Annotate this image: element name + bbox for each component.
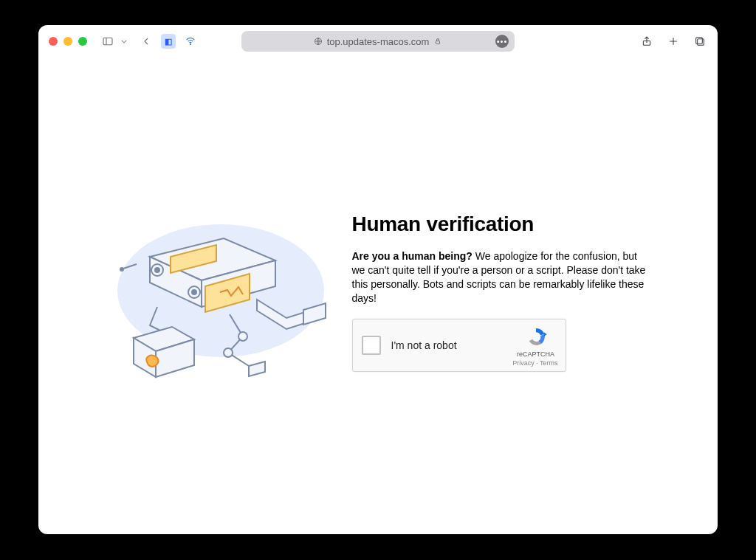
back-button[interactable]	[139, 34, 154, 49]
chevron-down-icon	[117, 34, 131, 49]
svg-rect-9	[696, 38, 703, 44]
recaptcha-brand: reCAPTCHA	[514, 325, 558, 358]
svg-point-15	[155, 268, 159, 272]
sidebar-icon	[100, 34, 115, 49]
lead-question: Are you a human being?	[352, 250, 472, 262]
svg-rect-4	[436, 41, 440, 44]
svg-rect-0	[103, 38, 112, 44]
address-bar[interactable]: top.updates-macos.com •••	[241, 31, 515, 52]
svg-line-19	[123, 264, 137, 269]
fullscreen-window-button[interactable]	[78, 37, 87, 46]
page-actions-button[interactable]: •••	[495, 35, 509, 48]
svg-marker-24	[303, 303, 326, 325]
address-text: top.updates-macos.com	[327, 36, 430, 47]
extension-wifi-icon[interactable]	[183, 34, 198, 49]
svg-point-20	[120, 268, 123, 271]
page-title: Human verification	[352, 212, 651, 236]
safari-window: ◧ top.updates-macos.com •••	[38, 25, 718, 534]
recaptcha-links: Privacy · Terms	[512, 359, 557, 367]
page-description: Are you a human being? We apologize for …	[352, 249, 651, 305]
robot-illustration	[106, 212, 334, 390]
robot-drawing	[106, 212, 334, 390]
recaptcha-privacy-link[interactable]: Privacy	[512, 359, 535, 367]
svg-point-2	[190, 44, 190, 44]
verification-text: Human verification Are you a human being…	[352, 212, 651, 372]
svg-point-26	[224, 348, 233, 357]
globe-icon	[314, 37, 323, 46]
share-button[interactable]	[639, 34, 654, 49]
window-controls	[49, 37, 87, 46]
new-tab-button[interactable]	[666, 34, 681, 49]
svg-point-25	[238, 332, 247, 341]
page-content: Human verification Are you a human being…	[38, 58, 718, 534]
tabs-overview-button[interactable]	[693, 34, 707, 49]
recaptcha-widget: I'm not a robot reCAPTCHA Privacy · Term…	[352, 319, 566, 372]
svg-point-17	[192, 290, 196, 294]
recaptcha-label: I'm not a robot	[391, 339, 457, 351]
minimize-window-button[interactable]	[63, 37, 72, 46]
browser-toolbar: ◧ top.updates-macos.com •••	[38, 25, 718, 58]
close-window-button[interactable]	[49, 37, 58, 46]
recaptcha-icon	[524, 325, 548, 349]
lock-icon	[433, 37, 442, 46]
extension-adblock-icon[interactable]: ◧	[161, 34, 176, 49]
recaptcha-checkbox[interactable]	[362, 336, 381, 355]
recaptcha-terms-link[interactable]: Terms	[540, 359, 558, 367]
svg-marker-27	[543, 332, 546, 336]
svg-rect-8	[698, 39, 704, 46]
recaptcha-brandname: reCAPTCHA	[514, 350, 558, 358]
sidebar-toggle[interactable]	[100, 34, 131, 49]
